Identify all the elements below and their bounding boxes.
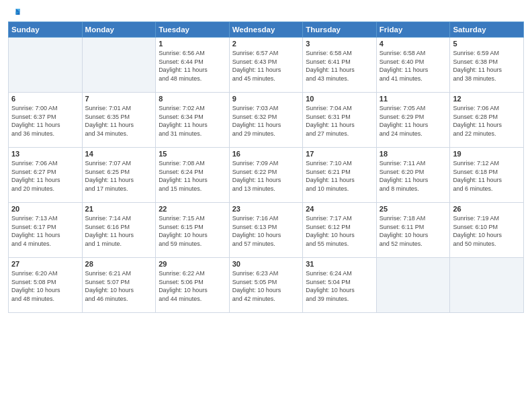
day-number: 8	[159, 95, 226, 103]
calendar-week-4: 20Sunrise: 7:13 AM Sunset: 6:17 PM Dayli…	[9, 203, 524, 258]
calendar-cell: 14Sunrise: 7:07 AM Sunset: 6:25 PM Dayli…	[82, 148, 156, 203]
day-number: 1	[159, 40, 226, 48]
calendar-cell: 6Sunrise: 7:00 AM Sunset: 6:37 PM Daylig…	[9, 93, 83, 148]
day-number: 11	[380, 95, 447, 103]
calendar-cell: 30Sunrise: 6:23 AM Sunset: 5:05 PM Dayli…	[229, 258, 303, 313]
weekday-header-tuesday: Tuesday	[156, 22, 230, 38]
day-number: 12	[453, 95, 521, 103]
day-info: Sunrise: 6:59 AM Sunset: 6:38 PM Dayligh…	[453, 49, 521, 83]
calendar-cell	[450, 258, 524, 313]
day-info: Sunrise: 7:09 AM Sunset: 6:22 PM Dayligh…	[232, 159, 300, 193]
day-info: Sunrise: 6:22 AM Sunset: 5:06 PM Dayligh…	[159, 269, 226, 303]
day-info: Sunrise: 7:11 AM Sunset: 6:20 PM Dayligh…	[380, 159, 447, 193]
day-info: Sunrise: 6:23 AM Sunset: 5:05 PM Dayligh…	[232, 269, 300, 303]
calendar-week-2: 6Sunrise: 7:00 AM Sunset: 6:37 PM Daylig…	[9, 93, 524, 148]
calendar-cell: 11Sunrise: 7:05 AM Sunset: 6:29 PM Dayli…	[376, 93, 450, 148]
calendar-cell: 13Sunrise: 7:06 AM Sunset: 6:27 PM Dayli…	[9, 148, 83, 203]
day-number: 28	[85, 260, 153, 268]
day-info: Sunrise: 6:20 AM Sunset: 5:08 PM Dayligh…	[11, 269, 79, 303]
calendar-cell: 3Sunrise: 6:58 AM Sunset: 6:41 PM Daylig…	[303, 38, 377, 93]
day-info: Sunrise: 7:06 AM Sunset: 6:28 PM Dayligh…	[453, 104, 521, 138]
calendar-cell: 4Sunrise: 6:58 AM Sunset: 6:40 PM Daylig…	[376, 38, 450, 93]
weekday-header-saturday: Saturday	[450, 22, 524, 38]
day-number: 6	[11, 95, 79, 103]
day-info: Sunrise: 7:14 AM Sunset: 6:16 PM Dayligh…	[85, 214, 153, 248]
day-number: 25	[380, 205, 447, 213]
day-info: Sunrise: 7:01 AM Sunset: 6:35 PM Dayligh…	[85, 104, 153, 138]
calendar-week-1: 1Sunrise: 6:56 AM Sunset: 6:44 PM Daylig…	[9, 38, 524, 93]
day-number: 5	[453, 40, 521, 48]
calendar-week-3: 13Sunrise: 7:06 AM Sunset: 6:27 PM Dayli…	[9, 148, 524, 203]
day-number: 14	[85, 150, 153, 158]
day-number: 16	[232, 150, 300, 158]
day-info: Sunrise: 7:16 AM Sunset: 6:13 PM Dayligh…	[232, 214, 300, 248]
day-info: Sunrise: 7:06 AM Sunset: 6:27 PM Dayligh…	[11, 159, 79, 193]
calendar-cell: 23Sunrise: 7:16 AM Sunset: 6:13 PM Dayli…	[229, 203, 303, 258]
calendar-cell: 26Sunrise: 7:19 AM Sunset: 6:10 PM Dayli…	[450, 203, 524, 258]
day-number: 3	[306, 40, 373, 48]
calendar-cell: 2Sunrise: 6:57 AM Sunset: 6:43 PM Daylig…	[229, 38, 303, 93]
day-number: 18	[380, 150, 447, 158]
day-number: 30	[232, 260, 300, 268]
day-info: Sunrise: 7:17 AM Sunset: 6:12 PM Dayligh…	[306, 214, 373, 248]
day-info: Sunrise: 6:57 AM Sunset: 6:43 PM Dayligh…	[232, 49, 300, 83]
day-number: 9	[232, 95, 300, 103]
calendar-cell: 24Sunrise: 7:17 AM Sunset: 6:12 PM Dayli…	[303, 203, 377, 258]
calendar-cell: 16Sunrise: 7:09 AM Sunset: 6:22 PM Dayli…	[229, 148, 303, 203]
calendar-cell: 5Sunrise: 6:59 AM Sunset: 6:38 PM Daylig…	[450, 38, 524, 93]
calendar-week-5: 27Sunrise: 6:20 AM Sunset: 5:08 PM Dayli…	[9, 258, 524, 313]
day-number: 27	[11, 260, 79, 268]
logo	[8, 7, 21, 19]
calendar-cell: 9Sunrise: 7:03 AM Sunset: 6:32 PM Daylig…	[229, 93, 303, 148]
calendar-cell	[82, 38, 156, 93]
day-number: 22	[159, 205, 226, 213]
day-info: Sunrise: 6:56 AM Sunset: 6:44 PM Dayligh…	[159, 49, 226, 83]
day-info: Sunrise: 7:08 AM Sunset: 6:24 PM Dayligh…	[159, 159, 226, 193]
calendar-cell: 22Sunrise: 7:15 AM Sunset: 6:15 PM Dayli…	[156, 203, 230, 258]
calendar-cell: 8Sunrise: 7:02 AM Sunset: 6:34 PM Daylig…	[156, 93, 230, 148]
calendar-cell: 7Sunrise: 7:01 AM Sunset: 6:35 PM Daylig…	[82, 93, 156, 148]
calendar-cell: 21Sunrise: 7:14 AM Sunset: 6:16 PM Dayli…	[82, 203, 156, 258]
day-number: 4	[380, 40, 447, 48]
day-number: 19	[453, 150, 521, 158]
weekday-header-monday: Monday	[82, 22, 156, 38]
day-info: Sunrise: 7:12 AM Sunset: 6:18 PM Dayligh…	[453, 159, 521, 193]
day-info: Sunrise: 7:18 AM Sunset: 6:11 PM Dayligh…	[380, 214, 447, 248]
day-number: 31	[306, 260, 373, 268]
day-number: 17	[306, 150, 373, 158]
calendar-cell: 18Sunrise: 7:11 AM Sunset: 6:20 PM Dayli…	[376, 148, 450, 203]
day-info: Sunrise: 7:07 AM Sunset: 6:25 PM Dayligh…	[85, 159, 153, 193]
day-number: 21	[85, 205, 153, 213]
calendar-cell: 28Sunrise: 6:21 AM Sunset: 5:07 PM Dayli…	[82, 258, 156, 313]
day-number: 20	[11, 205, 79, 213]
day-info: Sunrise: 6:58 AM Sunset: 6:40 PM Dayligh…	[380, 49, 447, 83]
weekday-header-sunday: Sunday	[9, 22, 83, 38]
calendar-cell: 20Sunrise: 7:13 AM Sunset: 6:17 PM Dayli…	[9, 203, 83, 258]
calendar-table: SundayMondayTuesdayWednesdayThursdayFrid…	[8, 21, 524, 313]
day-number: 24	[306, 205, 373, 213]
calendar-cell	[9, 38, 83, 93]
calendar-cell: 17Sunrise: 7:10 AM Sunset: 6:21 PM Dayli…	[303, 148, 377, 203]
day-number: 10	[306, 95, 373, 103]
day-info: Sunrise: 6:24 AM Sunset: 5:04 PM Dayligh…	[306, 269, 373, 303]
day-info: Sunrise: 7:04 AM Sunset: 6:31 PM Dayligh…	[306, 104, 373, 138]
calendar-cell: 25Sunrise: 7:18 AM Sunset: 6:11 PM Dayli…	[376, 203, 450, 258]
calendar-cell: 31Sunrise: 6:24 AM Sunset: 5:04 PM Dayli…	[303, 258, 377, 313]
day-info: Sunrise: 6:58 AM Sunset: 6:41 PM Dayligh…	[306, 49, 373, 83]
day-number: 23	[232, 205, 300, 213]
weekday-header-row: SundayMondayTuesdayWednesdayThursdayFrid…	[9, 22, 524, 38]
day-info: Sunrise: 7:13 AM Sunset: 6:17 PM Dayligh…	[11, 214, 79, 248]
calendar-cell: 15Sunrise: 7:08 AM Sunset: 6:24 PM Dayli…	[156, 148, 230, 203]
day-number: 15	[159, 150, 226, 158]
day-number: 26	[453, 205, 521, 213]
calendar-cell: 12Sunrise: 7:06 AM Sunset: 6:28 PM Dayli…	[450, 93, 524, 148]
calendar-cell: 10Sunrise: 7:04 AM Sunset: 6:31 PM Dayli…	[303, 93, 377, 148]
calendar-cell: 1Sunrise: 6:56 AM Sunset: 6:44 PM Daylig…	[156, 38, 230, 93]
weekday-header-thursday: Thursday	[303, 22, 377, 38]
calendar-cell: 27Sunrise: 6:20 AM Sunset: 5:08 PM Dayli…	[9, 258, 83, 313]
day-number: 29	[159, 260, 226, 268]
day-info: Sunrise: 7:03 AM Sunset: 6:32 PM Dayligh…	[232, 104, 300, 138]
logo-icon	[9, 7, 21, 19]
day-number: 2	[232, 40, 300, 48]
day-info: Sunrise: 7:19 AM Sunset: 6:10 PM Dayligh…	[453, 214, 521, 248]
